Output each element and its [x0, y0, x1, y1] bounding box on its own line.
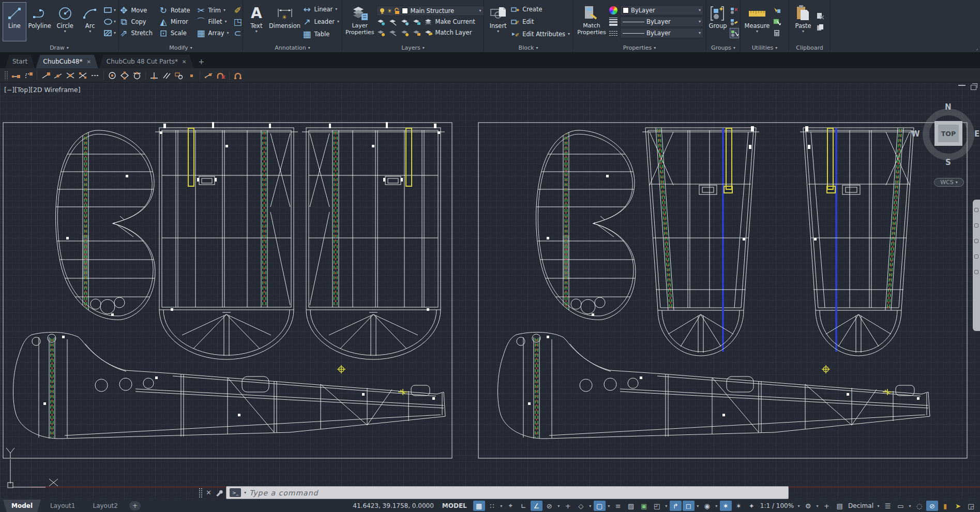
layer-unisolate-icon[interactable] — [388, 18, 397, 26]
erase-button[interactable]: ✐ — [233, 5, 243, 16]
object-snap-tracking-toggle[interactable]: + — [562, 501, 574, 511]
snap-intersection-button[interactable] — [64, 70, 77, 81]
panel-label-layers[interactable]: Layers▾ — [342, 43, 484, 52]
dropdown-caret-icon[interactable]: ▾ — [714, 504, 719, 508]
object-snap-2d-toggle[interactable]: ▢ — [594, 501, 606, 511]
command-line[interactable]: ✕ >_ ▾ Type a command — [199, 486, 789, 500]
line-button[interactable]: Line — [3, 2, 26, 41]
offset-button[interactable]: ⊂ — [233, 28, 243, 38]
group-edit-button[interactable] — [730, 17, 739, 27]
quick-properties-toggle[interactable]: ☰ — [882, 501, 894, 511]
annotation-scale-sync-toggle[interactable]: ✦ — [746, 501, 758, 511]
polar-tracking-toggle[interactable]: ∠ — [531, 501, 542, 511]
panel-label-utilities[interactable]: Utilities▾ — [741, 43, 789, 52]
snap-quadrant-button[interactable] — [118, 70, 131, 81]
edit-block-button[interactable]: ✐Edit — [511, 16, 534, 27]
layer-thaw-all-icon[interactable] — [400, 29, 409, 37]
viewcube-north[interactable]: N — [945, 102, 952, 112]
annotation-visibility-toggle[interactable]: ✶ — [720, 501, 732, 511]
layer-walk-icon[interactable] — [388, 29, 397, 37]
units-value[interactable]: Decimal — [848, 502, 873, 509]
group-selection-toggle[interactable] — [730, 28, 739, 38]
annotation-monitor-toggle[interactable]: + — [821, 501, 833, 511]
drawing-canvas[interactable]: [−][Top][2D Wireframe] N W E S TOP WCS▾ — [0, 83, 980, 500]
snap-perpendicular-button[interactable] — [148, 70, 160, 81]
tab-start[interactable]: Start — [5, 55, 35, 68]
select-all-button[interactable] — [773, 17, 781, 27]
new-document-tab-button[interactable]: + — [194, 55, 208, 68]
snap-parallel-button[interactable] — [160, 70, 173, 81]
dropdown-caret-icon[interactable]: ▾ — [588, 504, 593, 508]
trim-button[interactable]: ✂Trim▾ — [197, 5, 229, 16]
snap-midpoint-button[interactable] — [52, 70, 64, 81]
ellipse-tool-button[interactable]: ▾ — [103, 17, 116, 27]
customize-wrench-icon[interactable] — [215, 489, 223, 497]
leader-button[interactable]: ↗Leader▾ — [303, 16, 339, 27]
viewcube-east[interactable]: E — [974, 129, 979, 139]
circle-button[interactable]: Circle ▾ — [53, 2, 77, 41]
layer-properties-button[interactable]: Layer Properties — [345, 2, 375, 41]
viewcube-top-face[interactable]: TOP — [934, 121, 962, 146]
wing-panel-right-2[interactable] — [800, 126, 917, 356]
snap-mode-toggle[interactable]: ∷ — [486, 501, 498, 511]
copy-clip-button[interactable] — [816, 22, 824, 33]
rectangle-tool-button[interactable]: ▾ — [103, 5, 116, 16]
panel-label-properties[interactable]: Properties▾⌟ — [573, 43, 706, 52]
create-block-button[interactable]: ✦Create — [511, 4, 542, 15]
graphics-performance-toggle[interactable]: ⊘ — [926, 501, 938, 511]
panel-label-draw[interactable]: Draw▾ — [0, 43, 118, 52]
table-button[interactable]: ▦Table — [303, 28, 330, 40]
wing-panel-left-2[interactable] — [302, 122, 445, 359]
panel-label-annotation[interactable]: Annotation▾ — [243, 43, 342, 52]
dropdown-caret-icon[interactable]: ▾ — [815, 504, 820, 508]
quick-select-button[interactable] — [773, 5, 781, 16]
object-snap-settings-button[interactable] — [232, 70, 244, 81]
dropdown-caret-icon[interactable]: ▾ — [664, 504, 669, 508]
viewcube-south[interactable]: S — [945, 158, 951, 167]
lock-ui-button[interactable]: ▭ — [895, 501, 907, 511]
layout2-tab[interactable]: Layout2 — [84, 500, 126, 512]
arc-button[interactable]: Arc ▾ — [78, 2, 102, 41]
match-properties-button[interactable]: Match Properties — [576, 2, 608, 41]
snap-apparent-intersection-button[interactable] — [77, 70, 89, 81]
make-current-button[interactable]: Make Current — [424, 16, 475, 27]
cut-clip-button[interactable] — [816, 11, 824, 21]
dropdown-caret-icon[interactable]: ▾ — [499, 504, 504, 508]
recent-commands-caret-icon[interactable]: ▾ — [244, 490, 246, 495]
grid-display-toggle[interactable]: ▦ — [473, 501, 485, 511]
dropdown-caret-icon[interactable]: ▾ — [876, 504, 881, 508]
array-button[interactable]: ▦Array▾ — [197, 27, 229, 39]
new-layout-button[interactable]: + — [129, 501, 141, 510]
layer-off-icon[interactable] — [376, 29, 385, 37]
isometric-drafting-toggle[interactable]: ⊘ — [544, 501, 555, 511]
dropdown-caret-icon[interactable]: ▾ — [796, 504, 801, 508]
wing-rib-stack-right[interactable] — [532, 130, 638, 320]
tab-chubcub48[interactable]: ChubCub48*✕ — [36, 55, 98, 68]
rotate-button[interactable]: ↻Rotate — [159, 5, 190, 16]
snap-endpoint-button[interactable] — [39, 70, 52, 81]
security-options-icon[interactable]: ▮ — [939, 501, 951, 511]
clear-object-snaps-button[interactable] — [215, 70, 227, 81]
fillet-button[interactable]: ⌒Fillet▾ — [197, 16, 229, 27]
window-minimize-icon[interactable] — [958, 85, 966, 89]
object-snap-toggle[interactable]: ◇ — [575, 501, 587, 511]
dynamic-input-toggle[interactable]: ⌖ — [505, 501, 517, 511]
scale-button[interactable]: ⊡Scale — [159, 27, 190, 39]
object-snap-3d-toggle[interactable]: ◰ — [651, 501, 663, 511]
selection-effects-toggle[interactable]: ◻ — [683, 501, 695, 511]
navigation-bar[interactable] — [973, 200, 980, 331]
model-tab[interactable]: Model — [3, 500, 41, 512]
fuselage-side-view-right[interactable] — [497, 332, 930, 439]
viewcube-west[interactable]: W — [911, 129, 920, 139]
cad-drawing[interactable] — [0, 83, 980, 500]
close-icon[interactable]: ✕ — [182, 59, 186, 65]
paste-button[interactable]: Paste ▾ — [792, 2, 815, 41]
lineweight-display-toggle[interactable]: ≡ — [612, 501, 624, 511]
layout1-tab[interactable]: Layout1 — [42, 500, 83, 512]
panel-label-modify[interactable]: Modify▾ — [119, 43, 243, 52]
polyline-button[interactable]: Polyline — [28, 2, 52, 41]
layer-isolate-icon[interactable] — [376, 18, 385, 26]
isolate-objects-button[interactable]: ◌ — [913, 501, 925, 511]
dropdown-caret-icon[interactable]: ▾ — [696, 504, 700, 508]
layer-dropdown[interactable]: ☀ Main Structure ▾ — [376, 6, 484, 16]
